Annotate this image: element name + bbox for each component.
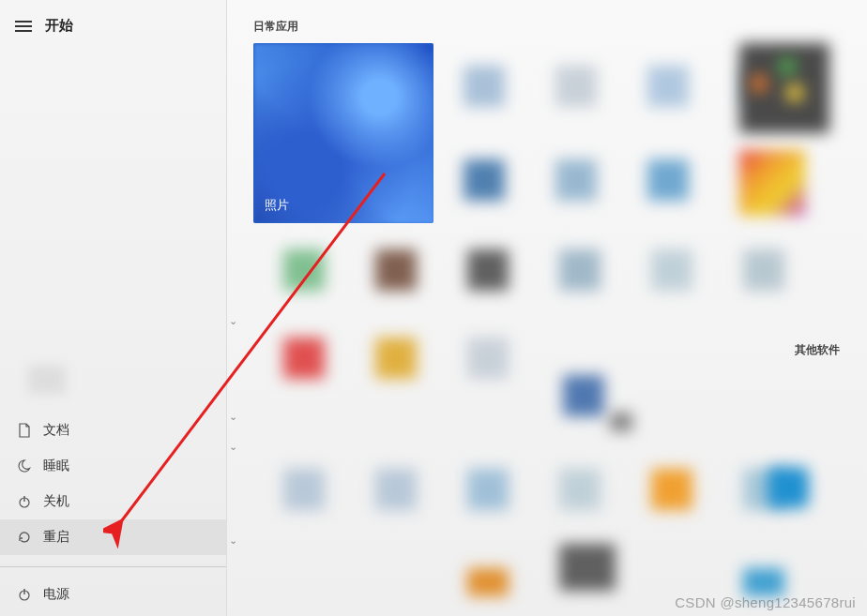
app-tile-blurred[interactable]: [375, 338, 417, 379]
app-tile-blurred[interactable]: [464, 66, 505, 107]
power-button[interactable]: 电源: [0, 573, 226, 616]
app-tile-blurred[interactable]: [651, 469, 692, 510]
menu-label: 重启: [43, 529, 69, 546]
app-tile-blurred[interactable]: [743, 249, 784, 291]
app-tile-blurred[interactable]: [651, 249, 692, 291]
app-tile-blurred[interactable]: [464, 159, 505, 201]
divider: [0, 566, 226, 567]
app-tile-blurred[interactable]: [555, 66, 597, 107]
app-tile-blurred[interactable]: [647, 159, 689, 201]
start-title: 开始: [45, 17, 73, 35]
app-tile-blurred[interactable]: [283, 338, 325, 379]
sidebar-header: 开始: [0, 0, 226, 52]
section-other-title: 其他软件: [795, 342, 840, 358]
menu-label: 睡眠: [43, 458, 69, 474]
watermark: CSDN @sheng12345678rui: [675, 594, 856, 610]
app-tile-blurred: [751, 75, 768, 92]
power-icon: [17, 587, 32, 602]
sidebar: 开始 文档 睡眠 关机 重启 电源: [0, 0, 227, 616]
hamburger-icon[interactable]: [15, 18, 32, 35]
app-tile-blurred: [779, 58, 796, 75]
app-tile-blurred[interactable]: [555, 159, 597, 201]
app-tile-blurred[interactable]: [559, 249, 601, 291]
menu-restart[interactable]: 重启: [0, 519, 226, 555]
menu-documents[interactable]: 文档: [0, 413, 226, 448]
power-icon: [17, 494, 32, 509]
restart-icon: [17, 530, 32, 545]
app-tile-blurred[interactable]: [768, 467, 809, 508]
document-icon: [17, 423, 32, 438]
menu-label: 关机: [43, 493, 69, 510]
chevron-down-icon[interactable]: ⌄: [229, 534, 237, 547]
app-tile-blurred[interactable]: [283, 469, 325, 510]
app-tile-blurred[interactable]: [559, 544, 616, 591]
chevron-down-icon[interactable]: ⌄: [229, 411, 237, 423]
user-avatar-blurred: [28, 366, 66, 394]
moon-icon: [17, 458, 32, 473]
main-panel: 日常应用 其他软件 照片 照片: [227, 0, 867, 616]
app-tile-blurred[interactable]: [610, 413, 632, 431]
menu-shutdown[interactable]: 关机: [0, 484, 226, 519]
power-label: 电源: [43, 586, 69, 603]
app-tile-blurred[interactable]: [375, 469, 417, 510]
chevron-down-icon[interactable]: ⌄: [229, 315, 237, 327]
power-menu: 文档 睡眠 关机 重启: [0, 413, 226, 561]
app-tile-blurred: [786, 84, 803, 101]
app-tile-blurred[interactable]: [467, 469, 509, 510]
section-daily-title: 日常应用: [253, 19, 841, 35]
app-tile-blurred[interactable]: [739, 150, 805, 216]
app-tile-blurred[interactable]: [467, 568, 509, 596]
menu-label: 文档: [43, 422, 69, 439]
app-tile-blurred[interactable]: [283, 249, 325, 291]
chevron-down-icon[interactable]: ⌄: [229, 441, 237, 453]
app-tile-blurred[interactable]: [375, 249, 417, 291]
photos-tile-label: 照片: [265, 197, 289, 214]
app-tile-blurred[interactable]: [647, 66, 689, 107]
app-tile-blurred[interactable]: [563, 375, 604, 416]
app-tile-blurred[interactable]: [743, 568, 784, 596]
app-tile-blurred[interactable]: [467, 338, 509, 379]
photos-tile[interactable]: 照片: [253, 43, 434, 223]
app-tile-blurred[interactable]: [559, 469, 601, 510]
menu-sleep[interactable]: 睡眠: [0, 448, 226, 484]
app-tile-blurred[interactable]: [467, 249, 509, 291]
